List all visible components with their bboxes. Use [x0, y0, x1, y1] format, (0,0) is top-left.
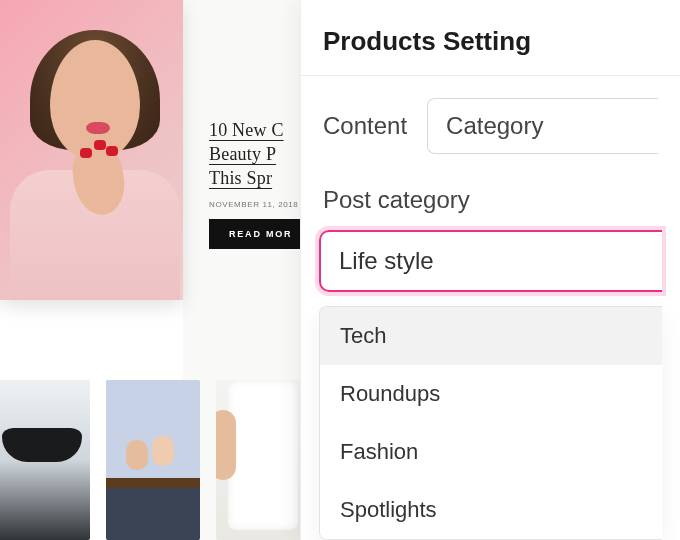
thumbnail-row — [0, 380, 310, 540]
thumb-image[interactable] — [0, 380, 90, 540]
read-more-button[interactable]: READ MOR — [209, 219, 312, 249]
panel-title: Products Setting — [301, 0, 680, 75]
post-category-dropdown: Tech Roundups Fashion Spotlights — [319, 306, 662, 540]
dropdown-option-tech[interactable]: Tech — [320, 307, 662, 365]
dropdown-option-spotlights[interactable]: Spotlights — [320, 481, 662, 539]
category-select[interactable]: Category — [427, 98, 658, 154]
hero-image — [0, 0, 183, 300]
hero-figure — [10, 30, 170, 300]
settings-panel: Products Setting Content Category Post c… — [300, 0, 680, 540]
post-title-line: This Spr — [209, 168, 272, 188]
category-select-value: Category — [446, 112, 543, 140]
stage: 10 New C Beauty P This Spr NOVEMBER 11, … — [0, 0, 680, 540]
content-label: Content — [323, 112, 407, 140]
post-category-label: Post category — [301, 162, 680, 226]
post-category-input[interactable]: Life style — [319, 230, 662, 292]
post-category-value: Life style — [339, 247, 434, 275]
content-row: Content Category — [301, 76, 680, 162]
dropdown-option-roundups[interactable]: Roundups — [320, 365, 662, 423]
post-title-line: Beauty P — [209, 144, 276, 164]
post-title-line: 10 New C — [209, 120, 284, 140]
dropdown-option-fashion[interactable]: Fashion — [320, 423, 662, 481]
thumb-image[interactable] — [106, 380, 200, 540]
thumb-image[interactable] — [216, 380, 310, 540]
